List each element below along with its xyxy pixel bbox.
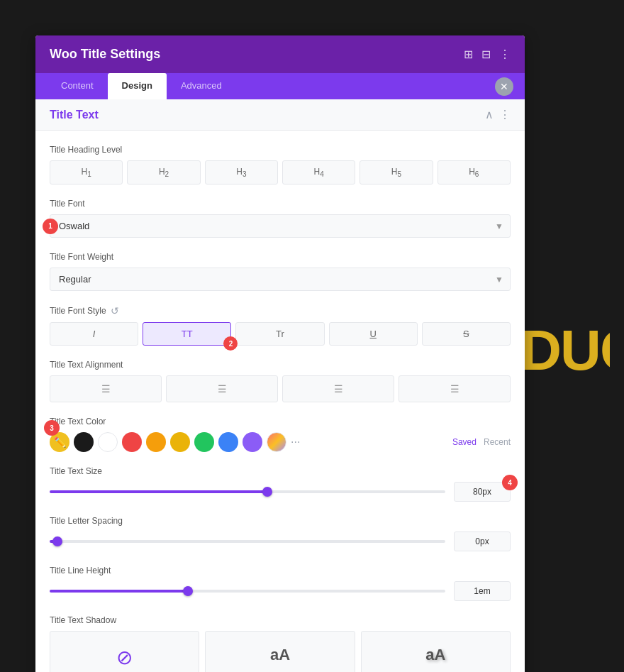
text-alignment-group: Title Text Alignment ☰ ☰ ☰ ☰ — [50, 360, 511, 402]
style-underline[interactable]: U — [329, 322, 418, 346]
swatch-orange[interactable] — [146, 432, 166, 452]
heading-h2[interactable]: H2 — [127, 160, 200, 184]
badge-4: 4 — [502, 475, 518, 490]
saved-link[interactable]: Saved — [452, 437, 477, 447]
font-label: Title Font — [50, 199, 511, 209]
style-italic[interactable]: I — [50, 322, 138, 346]
letter-spacing-group: Title Letter Spacing — [50, 516, 511, 551]
font-select[interactable]: Oswald — [50, 214, 511, 238]
text-size-thumb[interactable] — [262, 487, 272, 497]
letter-spacing-slider-row — [50, 531, 511, 551]
line-height-group: Title Line Height — [50, 566, 511, 601]
letter-spacing-label: Title Letter Spacing — [50, 516, 511, 526]
line-height-label: Title Line Height — [50, 566, 511, 575]
tab-advanced[interactable]: Advanced — [167, 73, 236, 99]
tab-design[interactable]: Design — [108, 73, 167, 99]
swatch-green[interactable] — [194, 432, 214, 452]
heading-level-label: Title Heading Level — [50, 145, 511, 155]
style-uppercase[interactable]: TT 2 — [143, 322, 231, 346]
line-height-input[interactable] — [454, 581, 511, 601]
section-header: Title Text ∧ ⋮ — [35, 99, 525, 131]
section-title: Title Text — [50, 109, 99, 121]
heading-h3[interactable]: H3 — [205, 160, 278, 184]
style-capitalize[interactable]: Tr — [235, 322, 324, 346]
shadow-options: ⊘ aA aA — [50, 631, 511, 672]
text-alignment-label: Title Text Alignment — [50, 360, 511, 370]
font-weight-select[interactable]: Regular Bold Light — [50, 268, 511, 291]
font-style-label-row: Title Font Style ↺ — [50, 305, 511, 316]
letter-spacing-thumb[interactable] — [52, 536, 62, 546]
tabs-bar: Content Design Advanced ✕ — [35, 73, 525, 99]
font-weight-group: Title Font Weight Regular Bold Light ▼ — [50, 252, 511, 291]
shadow-none[interactable]: ⊘ — [50, 631, 199, 672]
color-more-icon[interactable]: ··· — [291, 436, 300, 448]
text-color-group: Title Text Color 3 ✏️ ··· — [50, 417, 511, 452]
eyedropper-wrapper: 3 ✏️ — [50, 432, 69, 452]
align-center[interactable]: ☰ — [166, 375, 278, 402]
tab-close-area: ✕ — [495, 73, 513, 99]
letter-spacing-input[interactable] — [454, 531, 511, 551]
align-right[interactable]: ☰ — [282, 375, 394, 402]
heading-h5[interactable]: H5 — [360, 160, 433, 184]
badge-1: 1 — [43, 219, 58, 234]
text-shadow-label: Title Text Shadow — [50, 615, 511, 625]
swatch-blue[interactable] — [218, 432, 238, 452]
font-weight-label: Title Font Weight — [50, 252, 511, 262]
shadow-flat-text: aA — [270, 646, 290, 663]
recent-link[interactable]: Recent — [484, 437, 511, 447]
shadow-none-icon: ⊘ — [116, 646, 133, 668]
text-size-label: Title Text Size — [50, 466, 511, 476]
font-style-reset[interactable]: ↺ — [111, 305, 119, 316]
color-swatches-row: 3 ✏️ ··· Saved Recent — [50, 432, 511, 452]
panel-header: Woo Title Settings ⊞ ⊟ ⋮ — [35, 35, 525, 73]
heading-h6[interactable]: H6 — [438, 160, 511, 184]
line-height-thumb[interactable] — [183, 586, 193, 596]
more-icon[interactable]: ⋮ — [499, 48, 511, 61]
text-color-label: Title Text Color — [50, 417, 511, 426]
align-justify[interactable]: ☰ — [399, 375, 511, 402]
heading-buttons: H1 H2 H3 H4 H5 H6 — [50, 160, 511, 184]
style-buttons: I TT 2 Tr U S — [50, 322, 511, 346]
text-size-fill — [50, 490, 267, 493]
font-weight-select-wrapper: Regular Bold Light ▼ — [50, 268, 511, 291]
heading-h4[interactable]: H4 — [282, 160, 355, 184]
heading-level-group: Title Heading Level H1 H2 H3 H4 H5 H6 — [50, 145, 511, 184]
close-button[interactable]: ✕ — [495, 77, 513, 96]
text-size-slider-row: 4 — [50, 482, 511, 502]
align-buttons: ☰ ☰ ☰ ☰ — [50, 375, 511, 402]
tab-content[interactable]: Content — [47, 73, 108, 99]
shadow-drop[interactable]: aA — [361, 631, 511, 672]
swatch-yellow[interactable] — [170, 432, 190, 452]
collapse-icon[interactable]: ∧ — [485, 108, 494, 121]
badge-3: 3 — [44, 420, 60, 436]
shadow-drop-text: aA — [425, 646, 445, 663]
expand-icon[interactable]: ⊞ — [464, 48, 473, 61]
text-size-value-wrap: 4 — [454, 482, 511, 502]
line-height-track[interactable] — [50, 590, 445, 593]
swatch-black[interactable] — [74, 432, 94, 452]
font-group: Title Font 1 Oswald ▼ — [50, 199, 511, 238]
badge-2: 2 — [223, 336, 238, 351]
text-shadow-group: Title Text Shadow ⊘ aA aA — [50, 615, 511, 672]
section-more-icon[interactable]: ⋮ — [499, 108, 511, 121]
saved-recent-row: Saved Recent — [452, 437, 511, 447]
swatch-purple[interactable] — [243, 432, 262, 452]
swatch-custom[interactable] — [267, 432, 286, 452]
text-size-track[interactable] — [50, 490, 445, 493]
heading-h1[interactable]: H1 — [50, 160, 123, 184]
line-height-fill — [50, 590, 188, 593]
swatch-red[interactable] — [122, 432, 142, 452]
settings-panel: Woo Title Settings ⊞ ⊟ ⋮ Content Design … — [35, 35, 525, 672]
layout-icon[interactable]: ⊟ — [481, 48, 491, 61]
text-size-group: Title Text Size 4 — [50, 466, 511, 502]
style-strikethrough[interactable]: S — [422, 322, 511, 346]
line-height-slider-row — [50, 581, 511, 601]
header-icons: ⊞ ⊟ ⋮ — [464, 48, 511, 61]
font-style-label: Title Font Style — [50, 306, 106, 316]
align-left[interactable]: ☰ — [50, 375, 162, 402]
letter-spacing-track[interactable] — [50, 540, 445, 543]
shadow-flat[interactable]: aA — [205, 631, 355, 672]
swatch-white[interactable] — [98, 432, 118, 452]
section-actions: ∧ ⋮ — [485, 108, 511, 121]
panel-title: Woo Title Settings — [50, 47, 160, 62]
